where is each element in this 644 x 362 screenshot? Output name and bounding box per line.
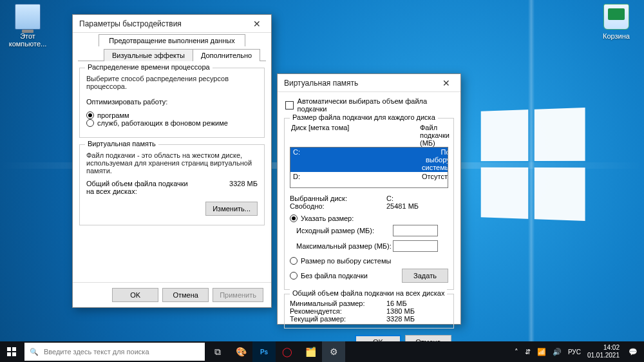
auto-manage-checkbox[interactable]: Автоматически выбирать объем файла подка…	[285, 97, 453, 113]
taskbar: 🔍 Введите здесь текст для поиска ⧉ 🎨 Ps …	[0, 341, 644, 362]
search-placeholder: Введите здесь текст для поиска	[44, 348, 149, 356]
apply-button[interactable]: Применить	[213, 288, 263, 302]
recycle-label: Корзина	[594, 32, 639, 40]
tab-visual-effects[interactable]: Визуальные эффекты	[104, 49, 193, 61]
tab-dep[interactable]: Предотвращение выполнения данных	[99, 34, 245, 46]
notifications-icon[interactable]: 💬	[629, 348, 638, 356]
perf-button-row: OK Отмена Применить	[73, 282, 271, 307]
vm-legend: Виртуальная память	[85, 140, 158, 148]
recycle-bin-icon[interactable]: Корзина	[594, 4, 639, 40]
set-button[interactable]: Задать	[402, 269, 448, 283]
change-button[interactable]: Изменить...	[205, 202, 258, 216]
vm-groupbox: Виртуальная память Файл подкачки - это о…	[79, 144, 265, 225]
optimize-label: Оптимизировать работу:	[86, 98, 258, 106]
task-view-icon[interactable]: ⧉	[206, 341, 229, 362]
search-input[interactable]: 🔍 Введите здесь текст для поиска	[24, 343, 205, 361]
clock[interactable]: 14:02 01.01.2021	[587, 344, 622, 359]
radio-no-paging[interactable]: Без файла подкачки	[290, 272, 368, 280]
wifi-icon[interactable]: 📶	[537, 348, 546, 356]
drive-header: Диск [метка тома] Файл подкачки (МБ)	[290, 124, 448, 147]
cpu-groupbox: Распределение времени процессора Выберит…	[79, 68, 265, 138]
performance-options-window: Параметры быстродействия ✕ Предотвращени…	[72, 14, 272, 308]
perf-titlebar[interactable]: Параметры быстродействия ✕	[73, 15, 271, 33]
cancel-button[interactable]: Отмена	[162, 288, 209, 302]
recycle-icon	[603, 4, 629, 30]
language-indicator[interactable]: РУС	[568, 348, 581, 356]
this-pc-icon[interactable]: Этот компьюте...	[5, 4, 50, 48]
radio-services[interactable]: служб, работающих в фоновом режиме	[86, 119, 228, 127]
windows-logo	[481, 108, 585, 221]
tray-chevron-icon[interactable]: ˄	[515, 348, 518, 356]
drive-legend: Размер файла подкачки для каждого диска	[290, 113, 438, 121]
tabs: Визуальные эффекты Дополнительно	[78, 48, 266, 61]
cpu-desc: Выберите способ распределения ресурсов п…	[86, 75, 258, 90]
vm-desc: Файл подкачки - это область на жестком д…	[86, 151, 258, 175]
search-icon: 🔍	[30, 348, 39, 356]
photoshop-app-icon[interactable]: Ps	[252, 341, 276, 362]
drive-list[interactable]: C: По выбору системы D: Отсутствует	[290, 147, 448, 188]
radio-programs[interactable]: программ	[86, 111, 129, 119]
network-icon[interactable]: ⇵	[525, 348, 531, 356]
totals-groupbox: Общий объем файла подкачки на всех диска…	[284, 294, 454, 329]
close-icon[interactable]: ✕	[436, 77, 457, 90]
close-icon[interactable]: ✕	[247, 17, 267, 30]
drive-row-c[interactable]: C: По выбору системы	[290, 148, 448, 172]
radio-system-managed[interactable]: Размер по выбору системы	[290, 257, 391, 265]
vm-total-value: 3328 МБ	[229, 180, 258, 195]
virtual-memory-window: Виртуальная память ✕ Автоматически выбир…	[277, 73, 461, 325]
perf-title: Параметры быстродействия	[79, 19, 247, 28]
ok-button[interactable]: OK	[112, 288, 158, 302]
desktop: Этот компьюте... Корзина Параметры быстр…	[0, 0, 644, 362]
start-button[interactable]	[0, 341, 23, 362]
volume-icon[interactable]: 🔊	[553, 348, 562, 356]
explorer-app-icon[interactable]: 🗂️	[299, 341, 322, 362]
initial-size-input[interactable]	[393, 225, 438, 236]
this-pc-label: Этот компьюте...	[5, 32, 50, 48]
tab-advanced[interactable]: Дополнительно	[193, 49, 260, 61]
radio-custom-size[interactable]: Указать размер:	[290, 214, 354, 222]
max-size-input[interactable]	[393, 240, 438, 252]
vm-total-label: Общий объем файла подкачки на всех диска…	[86, 180, 196, 195]
computer-icon	[15, 4, 41, 30]
drive-row-d[interactable]: D: Отсутствует	[290, 172, 448, 181]
settings-app-icon[interactable]: ⚙	[322, 341, 345, 362]
vm-titlebar[interactable]: Виртуальная память ✕	[278, 74, 460, 92]
drive-groupbox: Размер файла подкачки для каждого диска …	[284, 118, 454, 290]
paint-app-icon[interactable]: 🎨	[229, 341, 252, 362]
cpu-legend: Распределение времени процессора	[85, 63, 213, 71]
opera-app-icon[interactable]: ◯	[276, 341, 299, 362]
system-tray: ˄ ⇵ 📶 🔊 РУС 14:02 01.01.2021 💬	[508, 344, 644, 359]
vm-title: Виртуальная память	[284, 79, 436, 88]
